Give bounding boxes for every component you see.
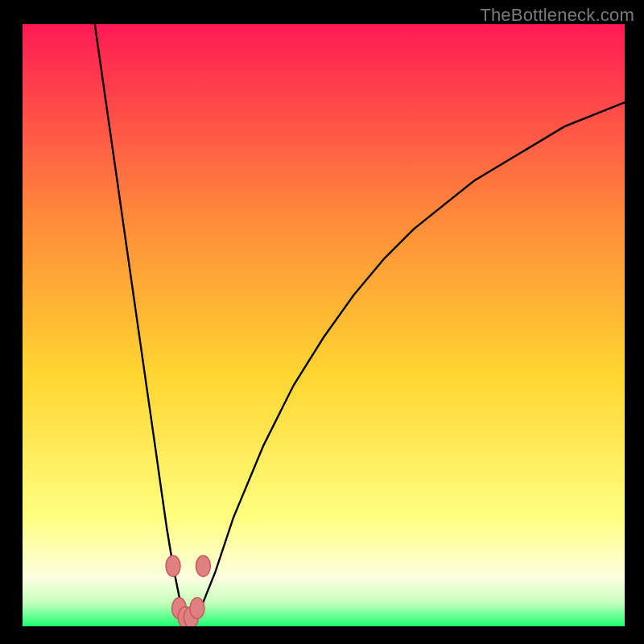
gradient-background [23,24,625,626]
plot-area [23,24,625,626]
curve-marker [190,598,204,619]
curve-marker [166,555,180,576]
plot-svg [23,24,625,626]
curve-marker [196,555,210,576]
watermark-text: TheBottleneck.com [480,5,634,26]
chart-frame: TheBottleneck.com [0,0,644,644]
